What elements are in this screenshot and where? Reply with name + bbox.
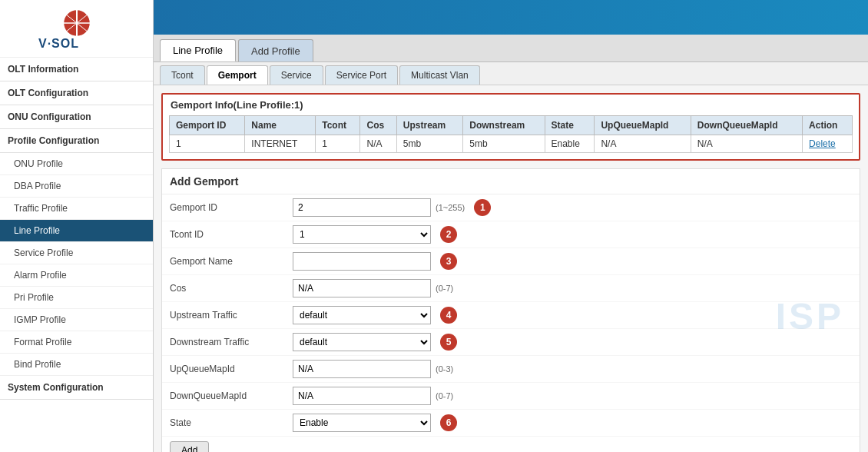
svg-text:V·SOL: V·SOL bbox=[38, 37, 79, 50]
input-area-state: Enable Disable 6 bbox=[293, 414, 457, 432]
sidebar-section-olt-configuration[interactable]: OLT Configuration bbox=[0, 81, 153, 105]
delete-link[interactable]: Delete bbox=[809, 138, 836, 149]
label-downstream-traffic: Downstream Traffic bbox=[170, 337, 293, 347]
label-tcont-id: Tcont ID bbox=[170, 229, 293, 240]
sidebar-item-pri-profile[interactable]: Pri Profile bbox=[0, 287, 153, 309]
sidebar-section-profile-configuration[interactable]: Profile Configuration bbox=[0, 129, 153, 153]
form-row-downstream-traffic: Downstream Traffic default 5 bbox=[162, 329, 860, 356]
label-upqueuemapid: UpQueueMapId bbox=[170, 364, 293, 374]
label-upstream-traffic: Upstream Traffic bbox=[170, 310, 293, 321]
form-row-state: State Enable Disable 6 bbox=[162, 410, 860, 437]
vsol-logo: V·SOL bbox=[31, 8, 123, 50]
cell-downqueuemapid: N/A bbox=[691, 135, 802, 153]
cell-tcont: 1 bbox=[316, 135, 360, 153]
cell-cos: N/A bbox=[360, 135, 396, 153]
content-area: Line Profile Add Profile Tcont Gemport S… bbox=[154, 35, 868, 452]
label-gemport-id: Gemport ID bbox=[170, 202, 293, 213]
sidebar-item-service-profile[interactable]: Service Profile bbox=[0, 242, 153, 264]
badge-2: 2 bbox=[440, 226, 457, 243]
sidebar-item-format-profile[interactable]: Format Profile bbox=[0, 331, 153, 354]
sidebar-section-system-configuration[interactable]: System Configuration bbox=[0, 376, 153, 400]
label-downqueuemapid: DownQueueMapId bbox=[170, 391, 293, 401]
sidebar-item-bind-profile[interactable]: Bind Profile bbox=[0, 354, 153, 376]
gemport-info-box: Gemport Info(Line Profile:1) Gemport ID … bbox=[161, 93, 860, 161]
input-area-tcont-id: 1 2 3 4 2 bbox=[293, 225, 457, 244]
col-tcont: Tcont bbox=[316, 116, 360, 135]
sub-tab-service[interactable]: Service bbox=[270, 65, 323, 85]
input-gemport-name[interactable] bbox=[293, 252, 431, 271]
col-gemport-id: Gemport ID bbox=[170, 116, 245, 135]
form-row-gemport-id: Gemport ID (1~255) 1 bbox=[162, 194, 860, 221]
cell-state: Enable bbox=[545, 135, 595, 153]
tab-add-profile[interactable]: Add Profile bbox=[238, 39, 313, 61]
gemport-info-table: Gemport ID Name Tcont Cos Upstream Downs… bbox=[169, 115, 853, 153]
sidebar: V·SOL OLT Information OLT Configuration … bbox=[0, 0, 154, 452]
cell-downstream: 5mb bbox=[463, 135, 545, 153]
cell-upqueuemapid: N/A bbox=[595, 135, 691, 153]
sub-tab-bar: Tcont Gemport Service Service Port Multi… bbox=[154, 62, 868, 85]
label-gemport-name: Gemport Name bbox=[170, 256, 293, 267]
col-name: Name bbox=[245, 116, 316, 135]
col-action: Action bbox=[803, 116, 853, 135]
sidebar-item-line-profile[interactable]: Line Profile bbox=[0, 220, 153, 242]
form-row-upqueuemapid: UpQueueMapId (0-3) bbox=[162, 356, 860, 383]
add-button[interactable]: Add bbox=[170, 441, 209, 452]
input-area-cos: (0-7) bbox=[293, 279, 453, 297]
col-upstream: Upstream bbox=[396, 116, 462, 135]
select-tcont-id[interactable]: 1 2 3 4 bbox=[293, 225, 431, 244]
sidebar-item-traffic-profile[interactable]: Traffic Profile bbox=[0, 198, 153, 220]
badge-3: 3 bbox=[440, 253, 457, 270]
badge-5: 5 bbox=[440, 334, 457, 351]
sidebar-item-dba-profile[interactable]: DBA Profile bbox=[0, 175, 153, 198]
form-row-tcont-id: Tcont ID 1 2 3 4 2 bbox=[162, 221, 860, 248]
cell-name: INTERNET bbox=[245, 135, 316, 153]
input-area-gemport-name: 3 bbox=[293, 252, 457, 271]
label-state: State bbox=[170, 417, 293, 428]
sub-tab-gemport[interactable]: Gemport bbox=[207, 65, 268, 85]
label-cos: Cos bbox=[170, 283, 293, 294]
cell-upstream: 5mb bbox=[396, 135, 462, 153]
hint-gemport-id: (1~255) bbox=[436, 203, 465, 212]
form-row-gemport-name: Gemport Name 3 bbox=[162, 248, 860, 275]
form-row-cos: Cos (0-7) bbox=[162, 275, 860, 302]
hint-cos: (0-7) bbox=[436, 284, 453, 293]
sidebar-item-igmp-profile[interactable]: IGMP Profile bbox=[0, 309, 153, 331]
col-state: State bbox=[545, 116, 595, 135]
input-area-downqueuemapid: (0-7) bbox=[293, 387, 453, 405]
sidebar-section-onu-configuration[interactable]: ONU Configuration bbox=[0, 105, 153, 129]
sidebar-item-alarm-profile[interactable]: Alarm Profile bbox=[0, 264, 153, 287]
hint-downqueuemapid: (0-7) bbox=[436, 391, 453, 400]
col-cos: Cos bbox=[360, 116, 396, 135]
add-gemport-section: Add Gemport ISP Gemport ID (1~255) 1 Tco… bbox=[161, 168, 860, 452]
sub-tab-service-port[interactable]: Service Port bbox=[325, 65, 398, 85]
badge-4: 4 bbox=[440, 307, 457, 324]
select-upstream-traffic[interactable]: default bbox=[293, 306, 431, 324]
input-upqueuemapid[interactable] bbox=[293, 360, 431, 378]
input-area-upstream-traffic: default 4 bbox=[293, 306, 457, 324]
input-area-upqueuemapid: (0-3) bbox=[293, 360, 453, 378]
input-downqueuemapid[interactable] bbox=[293, 387, 431, 405]
add-gemport-title: Add Gemport bbox=[162, 169, 860, 194]
input-gemport-id[interactable] bbox=[293, 198, 431, 217]
col-downstream: Downstream bbox=[463, 116, 545, 135]
sidebar-item-onu-profile[interactable]: ONU Profile bbox=[0, 153, 153, 175]
gemport-info-title: Gemport Info(Line Profile:1) bbox=[163, 95, 859, 115]
input-area-downstream-traffic: default 5 bbox=[293, 333, 457, 351]
input-area-gemport-id: (1~255) 1 bbox=[293, 198, 491, 217]
hint-upqueuemapid: (0-3) bbox=[436, 364, 453, 374]
sub-tab-tcont[interactable]: Tcont bbox=[160, 65, 205, 85]
cell-gemport-id: 1 bbox=[170, 135, 245, 153]
tab-line-profile[interactable]: Line Profile bbox=[160, 39, 236, 61]
main-content: Line Profile Add Profile Tcont Gemport S… bbox=[154, 0, 868, 452]
badge-6: 6 bbox=[440, 414, 457, 431]
col-downqueuemapid: DownQueueMapId bbox=[691, 116, 802, 135]
sub-tab-multicast-vlan[interactable]: Multicast Vlan bbox=[399, 65, 480, 85]
select-state[interactable]: Enable Disable bbox=[293, 414, 431, 432]
main-tab-bar: Line Profile Add Profile bbox=[154, 35, 868, 62]
form-row-upstream-traffic: Upstream Traffic default 4 bbox=[162, 302, 860, 329]
input-cos[interactable] bbox=[293, 279, 431, 297]
select-downstream-traffic[interactable]: default bbox=[293, 333, 431, 351]
top-bar bbox=[154, 0, 868, 35]
sidebar-section-olt-information[interactable]: OLT Information bbox=[0, 58, 153, 81]
cell-action[interactable]: Delete bbox=[803, 135, 853, 153]
